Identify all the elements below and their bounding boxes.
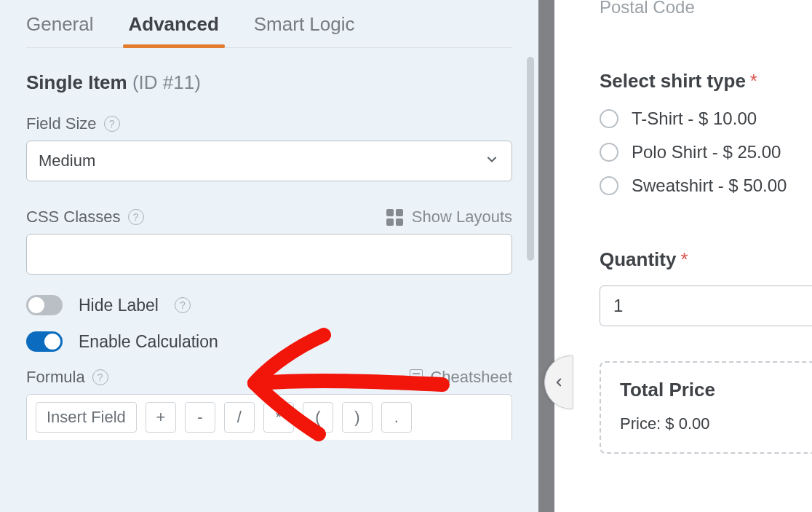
document-icon [410, 369, 423, 385]
field-size-value: Medium [39, 151, 95, 170]
help-icon[interactable]: ? [128, 209, 144, 225]
formula-toolbar: Insert Field + - / * ( ) . [26, 394, 512, 440]
shirt-type-label: Select shirt type* [600, 70, 812, 92]
show-layouts-label: Show Layouts [412, 208, 512, 227]
formula-label-row: Formula ? Cheatsheet [26, 368, 512, 387]
radio-icon [600, 109, 618, 128]
op-minus-button[interactable]: - [185, 402, 215, 433]
css-classes-row: CSS Classes ? Show Layouts [26, 208, 512, 227]
formula-label: Formula [26, 368, 85, 387]
op-dot-button[interactable]: . [381, 402, 412, 433]
field-size-label: Field Size [26, 114, 97, 133]
enable-calculation-toggle[interactable] [26, 331, 63, 352]
enable-calculation-text: Enable Calculation [79, 332, 218, 352]
total-price-title: Total Price [620, 379, 812, 401]
insert-field-button[interactable]: Insert Field [36, 402, 137, 433]
tabs: General Advanced Smart Logic [26, 0, 512, 48]
radio-option-tshirt[interactable]: T-Shirt - $ 10.00 [600, 109, 812, 129]
quantity-label: Quantity* [600, 248, 812, 271]
scrollbar[interactable] [527, 57, 534, 261]
hide-label-row: Hide Label ? [26, 295, 512, 315]
total-price-value: Price: $ 0.00 [620, 414, 812, 433]
op-multiply-button[interactable]: * [263, 402, 294, 433]
hide-label-toggle[interactable] [26, 295, 63, 315]
show-layouts-link[interactable]: Show Layouts [386, 208, 512, 227]
postal-code-placeholder: Postal Code [600, 0, 812, 17]
form-preview-panel: Postal Code Select shirt type* T-Shirt -… [554, 0, 812, 512]
field-type-name: Single Item [26, 71, 127, 93]
tab-advanced[interactable]: Advanced [129, 13, 219, 47]
hide-label-text: Hide Label [79, 296, 159, 315]
op-plus-button[interactable]: + [146, 402, 176, 433]
grid-icon [386, 209, 403, 226]
field-id: (ID #11) [132, 71, 201, 93]
quantity-input[interactable] [600, 285, 812, 326]
field-size-select[interactable]: Medium [26, 141, 512, 181]
cheatsheet-link[interactable]: Cheatsheet [410, 368, 512, 387]
section-title: Single Item (ID #11) [26, 71, 512, 94]
collapse-panel-button[interactable] [544, 355, 573, 409]
tab-general[interactable]: General [26, 13, 94, 47]
radio-label: Polo Shirt - $ 25.00 [632, 142, 781, 162]
help-icon[interactable]: ? [175, 297, 191, 313]
op-rparen-button[interactable]: ) [342, 402, 373, 433]
help-icon[interactable]: ? [92, 369, 108, 385]
op-lparen-button[interactable]: ( [303, 402, 333, 433]
enable-calculation-row: Enable Calculation [26, 331, 512, 352]
radio-option-sweatshirt[interactable]: Sweatshirt - $ 50.00 [600, 176, 812, 196]
css-classes-label: CSS Classes [26, 208, 121, 227]
total-price-box[interactable]: Total Price Price: $ 0.00 [600, 361, 812, 454]
field-size-label-row: Field Size ? [26, 114, 512, 133]
css-classes-input[interactable] [26, 234, 512, 275]
radio-icon [600, 176, 618, 195]
op-divide-button[interactable]: / [224, 402, 255, 433]
tab-smart-logic[interactable]: Smart Logic [254, 13, 355, 47]
panel-divider [538, 0, 554, 512]
shirt-type-options: T-Shirt - $ 10.00 Polo Shirt - $ 25.00 S… [600, 109, 812, 196]
field-size-select-wrap: Medium [26, 141, 512, 181]
radio-label: T-Shirt - $ 10.00 [632, 109, 757, 129]
cheatsheet-label: Cheatsheet [430, 368, 512, 387]
help-icon[interactable]: ? [104, 116, 120, 132]
radio-icon [600, 143, 618, 162]
radio-label: Sweatshirt - $ 50.00 [632, 176, 787, 196]
chevron-left-icon [552, 373, 565, 392]
radio-option-polo[interactable]: Polo Shirt - $ 25.00 [600, 142, 812, 162]
field-options-panel: General Advanced Smart Logic Single Item… [0, 0, 538, 512]
